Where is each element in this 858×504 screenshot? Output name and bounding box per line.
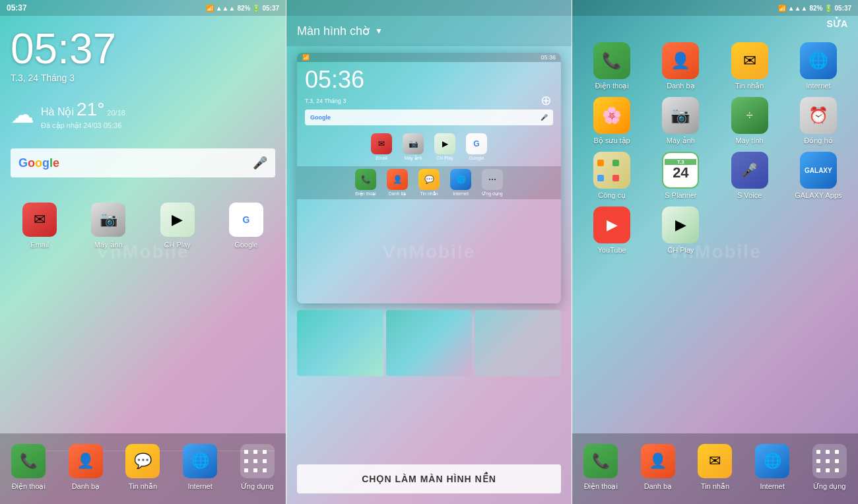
preview-search: Google 🎤 xyxy=(305,110,553,125)
temp-range: 20/18 xyxy=(107,109,125,117)
messages-label: Tin nhắn xyxy=(129,482,157,491)
dock-phone[interactable]: 📞 Điện thoại xyxy=(0,439,57,496)
status-bar-1: 05:37 📶 ▲▲▲ 82% 🔋 05:37 xyxy=(0,0,286,16)
google-search-bar[interactable]: Google 🎤 xyxy=(11,148,275,177)
p3-calculator[interactable]: ÷ Máy tính xyxy=(717,97,783,145)
p3-clock-label: Đồng hồ xyxy=(804,137,832,145)
p3-messages[interactable]: ✉ Tin nhắn xyxy=(717,42,783,90)
p3-splanner-label: S Planner xyxy=(665,191,696,199)
prev-camera: 📷 Máy ảnh xyxy=(400,133,426,161)
p3-internet-label: Internet xyxy=(806,82,830,90)
p3-messages-label: Tin nhắn xyxy=(735,82,764,90)
app-email[interactable]: ✉ Email xyxy=(5,197,74,255)
p3-youtube-icon: ▶ xyxy=(593,206,630,243)
status-bar-2: . xyxy=(286,0,572,16)
wifi-icon: 📶 xyxy=(206,5,214,12)
temperature: 21° xyxy=(77,99,104,120)
app-grid-rows: 📞 Điện thoại 👤 Danh bạ ✉ Tin nhắn 🌐 Inte… xyxy=(579,37,851,259)
add-screen-icon[interactable]: ⊕ xyxy=(541,92,552,108)
dock-messages[interactable]: 💬 Tin nhắn xyxy=(114,439,172,496)
prev-apps-icon: ⋯ xyxy=(482,169,503,190)
battery-text-3: 82% xyxy=(809,5,822,12)
p3-splanner[interactable]: T.3 24 S Planner xyxy=(647,152,713,200)
panel-wallpaper: . Màn hình chờ ▼ 📶 05:36 05:36 T.3, 24 T… xyxy=(286,0,572,504)
signal-icon-3: ▲▲▲ xyxy=(788,5,808,12)
battery-icon-3: 🔋 xyxy=(824,5,832,12)
preview-status-left: 📶 xyxy=(302,54,310,61)
dock-contacts[interactable]: 👤 Danh bạ xyxy=(57,439,115,496)
dock-3: 📞 Điện thoại 👤 Danh bạ ✉ Tin nhắn 🌐 Inte… xyxy=(572,433,858,504)
panel-homescreen: 05:37 📶 ▲▲▲ 82% 🔋 05:37 05:37 T.3, 24 Th… xyxy=(0,0,286,504)
p3-chplay[interactable]: ▶ CH Play xyxy=(647,206,713,254)
prev-messages-label: Tin nhắn xyxy=(420,191,438,197)
messages-icon: 💬 xyxy=(125,444,160,478)
p3-youtube-label: YouTube xyxy=(598,246,626,254)
prev-google-label: Google xyxy=(469,156,484,160)
wallpaper-thumb-3[interactable] xyxy=(475,310,561,376)
dock3-phone-icon: 📞 xyxy=(583,444,618,478)
prev-phone-label: Điện thoại xyxy=(355,191,376,197)
dock3-phone[interactable]: 📞 Điện thoại xyxy=(572,439,630,496)
p3-clock-icon: ⏰ xyxy=(800,97,837,134)
dock3-apps-label: Ứng dụng xyxy=(813,482,846,491)
p3-tools[interactable]: Công cụ xyxy=(579,152,645,200)
prev-phone-icon: 📞 xyxy=(355,169,376,190)
wallpaper-thumb-1[interactable] xyxy=(297,310,383,376)
p3-camera[interactable]: 📷 Máy ảnh xyxy=(647,97,713,145)
clock-status-1: 05:37 xyxy=(262,5,279,12)
main-date: T.3, 24 Tháng 3 xyxy=(11,73,275,83)
prev-google-icon: G xyxy=(466,133,487,154)
p3-phone[interactable]: 📞 Điện thoại xyxy=(579,42,645,90)
dock-1: 📞 Điện thoại 👤 Danh bạ 💬 Tin nhắn 🌐 Inte… xyxy=(0,433,286,504)
dock3-contacts-label: Danh bạ xyxy=(644,482,672,491)
dock-apps[interactable]: Ứng dụng xyxy=(228,439,286,496)
app-chplay[interactable]: ▶ CH Play xyxy=(143,197,212,255)
prev-dock-phone: 📞 Điện thoại xyxy=(352,169,379,197)
dock3-internet[interactable]: 🌐 Internet xyxy=(744,439,801,496)
battery-icon: 🔋 xyxy=(252,5,260,12)
app-google[interactable]: G Google xyxy=(212,197,280,255)
prev-chplay: ▶ CH Play xyxy=(432,133,458,161)
phone-label: Điện thoại xyxy=(12,482,46,491)
p3-contacts[interactable]: 👤 Danh bạ xyxy=(647,42,713,90)
wallpaper-preview: 📶 05:36 05:36 T.3, 24 Tháng 3 Google 🎤 ✉… xyxy=(297,53,561,303)
p3-galaxyapps[interactable]: GALAXY GALAXY Apps xyxy=(785,152,851,200)
city-name: Hà Nội xyxy=(41,106,74,118)
prev-internet-icon: 🌐 xyxy=(450,169,471,190)
p3-clock[interactable]: ⏰ Đồng hồ xyxy=(785,97,851,145)
p3-svoice[interactable]: 🎤 S Voice xyxy=(717,152,783,200)
p3-contacts-icon: 👤 xyxy=(662,42,699,79)
p3-youtube[interactable]: ▶ YouTube xyxy=(579,206,645,254)
wallpaper-thumb-2[interactable] xyxy=(386,310,473,376)
app-camera[interactable]: 📷 Máy ảnh xyxy=(74,197,143,255)
dock3-apps[interactable]: Ứng dụng xyxy=(801,439,858,496)
dock3-internet-icon: 🌐 xyxy=(755,444,789,478)
prev-messages-icon: 💬 xyxy=(418,169,440,190)
preview-clock: 05:36 xyxy=(297,62,561,98)
p3-internet[interactable]: 🌐 Internet xyxy=(785,42,851,90)
signal-icon: ▲▲▲ xyxy=(216,5,236,12)
cloud-icon: ☁ xyxy=(11,101,34,129)
prev-chplay-icon: ▶ xyxy=(434,133,455,154)
status-time-1: 05:37 xyxy=(7,3,27,13)
choose-wallpaper-button[interactable]: CHỌN LÀM MÀN HÌNH NỀN xyxy=(297,464,561,493)
dropdown-arrow[interactable]: ▼ xyxy=(375,26,383,36)
edit-button[interactable]: SỬA xyxy=(827,18,847,29)
wallpaper-thumbnails xyxy=(297,310,561,376)
dock3-contacts[interactable]: 👤 Danh bạ xyxy=(630,439,687,496)
prev-apps-label: Ứng dụng xyxy=(482,191,502,197)
status-icons-3: 📶 ▲▲▲ 82% 🔋 05:37 xyxy=(778,5,851,12)
app-grid-p3: 📞 Điện thoại 👤 Danh bạ ✉ Tin nhắn 🌐 Inte… xyxy=(572,37,858,259)
dock3-messages[interactable]: ✉ Tin nhắn xyxy=(686,439,744,496)
p3-gallery-label: Bộ sưu tập xyxy=(594,137,630,145)
dock-internet[interactable]: 🌐 Internet xyxy=(172,439,229,496)
dock3-messages-icon: ✉ xyxy=(698,444,732,478)
prev-email-label: Email xyxy=(376,156,387,160)
preview-dock: 📞 Điện thoại 👤 Danh bạ 💬 Tin nhắn 🌐 Inte… xyxy=(297,166,561,199)
p3-gallery[interactable]: 🌸 Bộ sưu tập xyxy=(579,97,645,145)
contacts-icon: 👤 xyxy=(69,444,103,478)
p3-svoice-label: S Voice xyxy=(737,191,762,199)
preview-date: T.3, 24 Tháng 3 xyxy=(297,98,561,107)
email-label: Email xyxy=(30,241,49,249)
mic-icon[interactable]: 🎤 xyxy=(253,156,267,170)
